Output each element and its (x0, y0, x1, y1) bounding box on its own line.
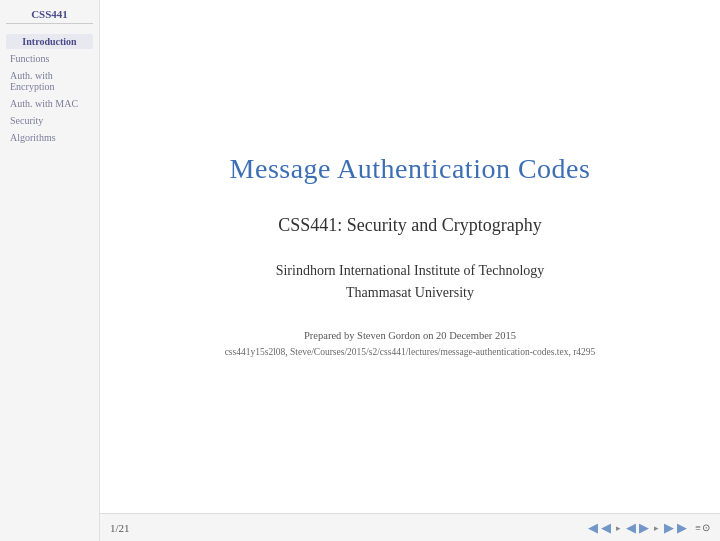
slide-subtitle: CSS441: Security and Cryptography (278, 215, 542, 236)
slide-prepared: Prepared by Steven Gordon on 20 December… (225, 328, 596, 360)
institution-line2: Thammasat University (346, 285, 474, 300)
main-content: Message Authentication Codes CSS441: Sec… (100, 0, 720, 541)
sidebar-title: CSS441 (6, 8, 93, 24)
slide-institution: Sirindhorn International Institute of Te… (276, 260, 545, 305)
dot-icon: ≡ (695, 522, 701, 533)
footer-bar: 1/21 ◀ ◀ ▸ ◀ ▶ ▸ ▶ ▶ ≡ ⊙ (100, 513, 720, 541)
page-indicator: 1/21 (110, 522, 130, 534)
beamer-dots: ≡ ⊙ (695, 522, 710, 533)
sidebar-active-section: Introduction (6, 34, 93, 49)
beamer-nav: ◀ ◀ ▸ ◀ ▶ ▸ ▶ ▶ (588, 520, 687, 536)
nav-right-button[interactable]: ▶ (664, 520, 674, 536)
slide-area: Message Authentication Codes CSS441: Sec… (100, 0, 720, 513)
institution-line1: Sirindhorn International Institute of Te… (276, 263, 545, 278)
nav-separator2: ▸ (654, 523, 659, 533)
prepared-line2: css441y15s2l08, Steve/Courses/2015/s2/cs… (225, 345, 596, 360)
sidebar-item-security[interactable]: Security (6, 113, 93, 128)
prepared-line1: Prepared by Steven Gordon on 20 December… (225, 328, 596, 345)
nav-last-button[interactable]: ▶ (677, 520, 687, 536)
sidebar: CSS441 Introduction Functions Auth. with… (0, 0, 100, 541)
nav-separator: ▸ (616, 523, 621, 533)
nav-section-right[interactable]: ▶ (639, 520, 649, 536)
circle-icon: ⊙ (702, 522, 710, 533)
sidebar-item-algorithms[interactable]: Algorithms (6, 130, 93, 145)
sidebar-item-auth-mac[interactable]: Auth. with MAC (6, 96, 93, 111)
footer-right: ◀ ◀ ▸ ◀ ▶ ▸ ▶ ▶ ≡ ⊙ (588, 520, 710, 536)
nav-first-button[interactable]: ◀ (588, 520, 598, 536)
nav-left-button[interactable]: ◀ (601, 520, 611, 536)
nav-section-left[interactable]: ◀ (626, 520, 636, 536)
slide-title: Message Authentication Codes (230, 153, 591, 185)
sidebar-item-auth-encryption[interactable]: Auth. withEncryption (6, 68, 93, 94)
sidebar-item-functions[interactable]: Functions (6, 51, 93, 66)
